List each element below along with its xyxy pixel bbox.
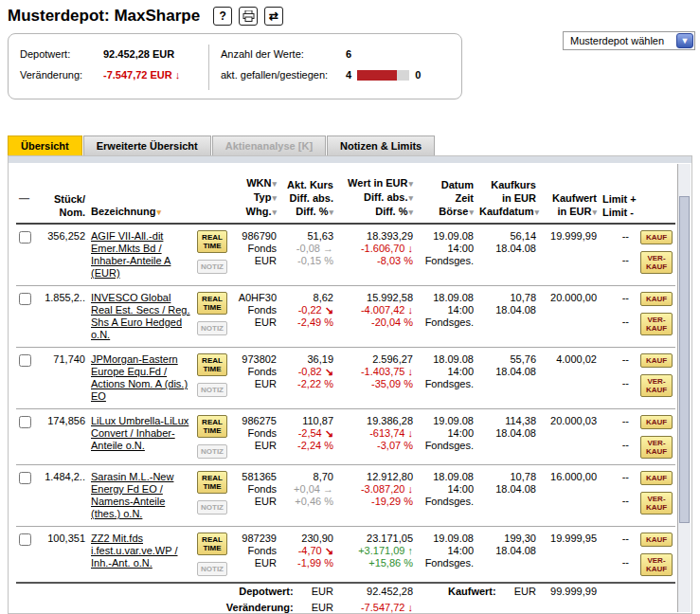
column-header-limit: Limit +Limit - [600, 174, 632, 224]
row-checkbox[interactable] [19, 231, 31, 244]
sort-arrow-icon[interactable]: ▾ [272, 193, 277, 203]
notiz-button[interactable]: NOTIZ [197, 383, 227, 397]
table-footer: Depotwert: EUR 92.452,28 Kaufwert: EUR 9… [16, 583, 675, 614]
vertical-scrollbar[interactable] [677, 164, 691, 612]
realtime-button[interactable]: REAL TIME [197, 230, 227, 253]
column-header-wkn[interactable]: WKN▾Typ▾Whg.▾ [232, 174, 279, 224]
order-buttons-cell: KAUF VER- KAUF [632, 286, 675, 348]
verkauf-button[interactable]: VER- KAUF [640, 553, 673, 576]
row-checkbox[interactable] [19, 354, 31, 367]
name-cell: INVESCO Global Real Est. Secs / Reg. Shs… [88, 286, 194, 348]
order-buttons-cell: KAUF VER- KAUF [632, 527, 675, 584]
kaufwert-cell: 16.000,00 [539, 465, 600, 527]
kauf-button[interactable]: KAUF [640, 533, 673, 547]
sort-arrow-icon[interactable]: ▾ [408, 179, 413, 189]
tab-uebersicht[interactable]: Übersicht [8, 135, 82, 155]
verkauf-button[interactable]: VER- KAUF [640, 374, 673, 397]
quantity-cell: 71,740 [39, 348, 88, 409]
column-header-kaufkurs[interactable]: Kaufkursin EURKaufdatum▾ [476, 174, 539, 224]
kauf-button[interactable]: KAUF [640, 471, 673, 485]
trend-arrow-icon: ↑ [408, 545, 414, 556]
table-row: 356,252 AGIF VII-All.-dit Emer.Mkts Bd /… [16, 224, 675, 286]
tab-erweiterte-uebersicht[interactable]: Erweiterte Übersicht [83, 135, 211, 155]
footer-kaufwert-currency: EUR [514, 586, 536, 597]
position-link[interactable]: JPMorgan-Eastern Europe Equ.Fd / Actions… [91, 353, 188, 402]
quantity-cell: 174,856 [39, 409, 88, 465]
row-checkbox[interactable] [19, 293, 31, 305]
header-label: Whg. [246, 206, 272, 217]
header-label: Kaufwert [552, 192, 597, 204]
position-link[interactable]: AGIF VII-All.-dit Emer.Mkts Bd / Inhaber… [91, 230, 171, 279]
sort-arrow-icon[interactable]: ▾ [272, 208, 277, 217]
name-cell: JPMorgan-Eastern Europe Equ.Fd / Actions… [88, 348, 194, 409]
sort-arrow-icon[interactable]: ▾ [329, 208, 333, 217]
row-checkbox[interactable] [19, 472, 31, 484]
row-checkbox[interactable] [19, 416, 31, 428]
quantity-cell: 1.855,2.. [39, 286, 88, 348]
sort-arrow-icon[interactable]: ▾ [408, 193, 413, 203]
kaufkurs-cell: 55,7618.04.08 [476, 348, 539, 409]
header-label: in EUR [557, 206, 591, 217]
realtime-button[interactable]: REAL TIME [197, 533, 227, 555]
datum-cell: 19.09.0814:00Fondsges. [416, 224, 476, 286]
realtime-button[interactable]: REAL TIME [197, 353, 227, 376]
kauf-button[interactable]: KAUF [640, 415, 673, 429]
position-link[interactable]: INVESCO Global Real Est. Secs / Reg. Shs… [91, 292, 190, 340]
sort-arrow-icon[interactable]: ▾ [272, 179, 277, 189]
position-link[interactable]: LiLux Umbrella-LiLux Convert / Inhaber-A… [91, 415, 188, 451]
sort-arrow-icon[interactable]: ▾ [156, 208, 161, 217]
position-link[interactable]: ZZ2 Mit.fds i.fest.u.var.ve.WP / Inh.-An… [91, 533, 178, 569]
quantity-cell: 100,351 [39, 527, 88, 584]
column-header-name[interactable]: Bezeichnung▾ [88, 174, 194, 224]
print-icon[interactable] [239, 7, 258, 26]
content-panel: —Stück/Nom.Bezeichnung▾WKN▾Typ▾Whg.▾Akt.… [8, 155, 692, 614]
column-header-kaufwert[interactable]: Kaufwertin EUR▾ [539, 174, 600, 224]
realtime-button[interactable]: REAL TIME [197, 471, 227, 494]
help-icon[interactable]: ? [213, 7, 232, 26]
kaufkurs-cell: 10,7818.04.08 [476, 465, 539, 527]
limit-cell: ---- [600, 286, 632, 348]
sort-arrow-icon[interactable]: ▾ [408, 208, 413, 217]
datum-cell: 19.09.0814:00Fondsges. [416, 409, 476, 465]
column-header-kurs[interactable]: Akt. KursDiff. abs.Diff. %▾ [279, 174, 336, 224]
kauf-button[interactable]: KAUF [640, 353, 673, 368]
sort-arrow-icon[interactable]: ▾ [469, 208, 474, 217]
wert-cell: 15.992,58-4.007,42 ↓-20,04 % [336, 286, 416, 348]
verkauf-button[interactable]: VER- KAUF [640, 492, 673, 515]
verkauf-button[interactable]: VER- KAUF [640, 313, 673, 335]
verkauf-button[interactable]: VER- KAUF [640, 436, 673, 459]
sort-arrow-icon[interactable]: ▾ [592, 208, 597, 217]
column-header-datum[interactable]: DatumZeitBörse▾ [416, 174, 476, 224]
scrollbar-thumb[interactable] [679, 196, 690, 523]
order-buttons-cell: KAUF VER- KAUF [632, 348, 675, 409]
anzahl-value: 6 [346, 48, 351, 60]
summary-box: Depotwert: 92.452,28 EUR Veränderung: -7… [8, 33, 462, 99]
kauf-button[interactable]: KAUF [640, 292, 673, 306]
datum-cell: 19.09.0814:00Fondsges. [416, 527, 476, 584]
notiz-button[interactable]: NOTIZ [197, 260, 227, 274]
notiz-button[interactable]: NOTIZ [197, 444, 227, 459]
order-buttons-cell: KAUF VER- KAUF [632, 465, 675, 527]
kauf-button[interactable]: KAUF [640, 230, 673, 244]
kurs-cell: 8,62-0,22 ↘-2,49 % [279, 286, 336, 348]
depot-select[interactable]: Musterdepot wählen ▼ [563, 31, 695, 50]
header-label: Nom. [60, 207, 86, 218]
verkauf-button[interactable]: VER- KAUF [640, 251, 673, 274]
realtime-button[interactable]: REAL TIME [197, 415, 227, 438]
tab-notizen-limits[interactable]: Notizen & Limits [327, 135, 435, 155]
header-label: Kaufdatum [479, 206, 533, 217]
notiz-button[interactable]: NOTIZ [197, 500, 227, 515]
sort-arrow-icon[interactable]: ▾ [534, 208, 539, 217]
name-cell: Sarasin M.L.-New Energy Fd EO / Namens-A… [88, 465, 194, 527]
notiz-button[interactable]: NOTIZ [197, 321, 227, 335]
notiz-button[interactable]: NOTIZ [197, 562, 227, 576]
position-link[interactable]: Sarasin M.L.-New Energy Fd EO / Namens-A… [91, 471, 173, 519]
realtime-button[interactable]: REAL TIME [197, 292, 227, 315]
column-header-wert[interactable]: Wert in EUR▾Diff. abs.▾Diff. %▾ [336, 174, 416, 224]
refresh-icon[interactable]: ⇄ [264, 7, 283, 26]
trend-arrow-icon: ↓ [408, 427, 414, 439]
row-checkbox[interactable] [19, 533, 31, 546]
chevron-down-icon[interactable]: ▼ [676, 33, 693, 48]
header-label: Limit + [602, 193, 637, 205]
column-header-aktion [632, 174, 675, 224]
